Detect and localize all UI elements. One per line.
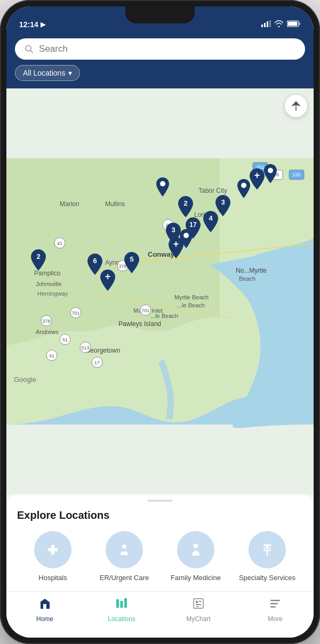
header: All Locations ▾ (6, 33, 314, 88)
specialty-label: Specialty Services (239, 574, 295, 583)
svg-text:130: 130 (292, 172, 300, 177)
locations-icon (115, 597, 128, 613)
svg-text:Tabor City: Tabor City (198, 187, 227, 194)
locate-button[interactable] (285, 95, 307, 117)
svg-rect-5 (299, 22, 301, 25)
filter-row: All Locations ▾ (15, 65, 305, 81)
home-icon (38, 597, 51, 613)
er-label: ER/Urgent Care (100, 574, 149, 583)
explore-title: Explore Locations (17, 509, 303, 521)
more-label: More (268, 615, 282, 623)
hospitals-icon (43, 540, 62, 559)
svg-text:+: + (105, 271, 111, 282)
specialty-icon (258, 540, 277, 559)
svg-rect-91 (196, 604, 201, 605)
svg-text:2: 2 (183, 199, 187, 207)
svg-rect-81 (193, 544, 198, 546)
svg-text:3: 3 (171, 226, 175, 234)
er-icon-circle (106, 531, 143, 568)
home-label: Home (36, 615, 53, 623)
filter-label: All Locations (23, 69, 65, 77)
svg-rect-95 (270, 606, 276, 608)
svg-text:3: 3 (221, 198, 225, 206)
svg-rect-74 (48, 548, 58, 551)
family-medicine-icon (186, 540, 205, 559)
svg-point-69 (241, 183, 246, 188)
map-pin-5[interactable]: 5 (122, 251, 141, 276)
svg-text:No...Myrtle: No...Myrtle (236, 267, 267, 274)
svg-rect-90 (199, 601, 201, 602)
svg-point-76 (122, 544, 126, 549)
svg-text:6: 6 (93, 257, 97, 265)
svg-text:Mullins: Mullins (105, 200, 125, 208)
map-pin-plus-georgetown[interactable]: + (98, 268, 117, 294)
svg-text:...le Beach: ...le Beach (150, 313, 178, 319)
explore-item-specialty[interactable]: Specialty Services (236, 531, 299, 583)
svg-rect-86 (121, 601, 123, 608)
svg-point-71 (268, 168, 273, 173)
svg-text:Andrews: Andrews (36, 329, 59, 335)
nav-item-mychart[interactable]: MyChart (160, 597, 237, 623)
drag-handle (6, 494, 314, 505)
map-pin-plus-murrells[interactable]: + (166, 236, 186, 262)
explore-section: Explore Locations Hospitals (6, 505, 314, 591)
svg-text:41: 41 (57, 241, 62, 246)
svg-text:17: 17 (189, 221, 197, 229)
svg-text:Marion: Marion (60, 200, 79, 208)
search-icon (25, 44, 34, 54)
svg-text:Myrtle Beach: Myrtle Beach (174, 294, 209, 300)
bottom-panel: Explore Locations Hospitals (6, 494, 314, 591)
locations-label: Locations (108, 615, 135, 623)
map-pin-3-right[interactable]: 3 (213, 194, 233, 219)
search-input[interactable] (39, 44, 295, 54)
explore-item-family-medicine[interactable]: Family Medicine (164, 531, 227, 583)
svg-text:17: 17 (94, 360, 100, 365)
svg-rect-6 (288, 22, 298, 26)
search-bar[interactable] (15, 38, 305, 60)
svg-text:+: + (254, 170, 260, 181)
all-locations-filter[interactable]: All Locations ▾ (15, 65, 80, 81)
notch (125, 6, 195, 23)
nav-item-more[interactable]: More (237, 597, 314, 623)
time-display: 12:14 (19, 20, 38, 29)
svg-text:5: 5 (130, 255, 133, 263)
svg-rect-78 (124, 550, 125, 552)
mychart-label: MyChart (186, 615, 210, 623)
chevron-down-icon: ▾ (68, 69, 72, 77)
hospitals-icon-circle (34, 531, 71, 568)
explore-item-er[interactable]: ER/Urgent Care (93, 531, 156, 583)
specialty-icon-circle (249, 531, 286, 568)
svg-text:...le Beach: ...le Beach (177, 302, 205, 308)
map-container[interactable]: Pamplico Johnsville Hemingway Aynor Conw… (6, 88, 314, 494)
svg-rect-2 (267, 21, 268, 27)
svg-rect-1 (264, 23, 266, 27)
svg-text:4: 4 (209, 214, 213, 222)
svg-text:Pawleys Island: Pawleys Island (118, 320, 161, 328)
map-pin-andrews[interactable]: 2 (29, 248, 48, 274)
svg-text:Hemingway: Hemingway (37, 290, 68, 297)
wifi-icon (274, 20, 284, 29)
family-medicine-label: Family Medicine (171, 574, 221, 583)
svg-point-79 (187, 541, 205, 559)
status-time: 12:14 ▶ (19, 20, 45, 29)
nav-item-home[interactable]: Home (6, 597, 83, 623)
hospitals-label: Hospitals (38, 574, 67, 583)
explore-item-hospitals[interactable]: Hospitals (21, 531, 84, 583)
family-medicine-icon-circle (177, 531, 214, 568)
phone-screen: 12:14 ▶ (6, 6, 314, 638)
svg-rect-0 (261, 25, 263, 27)
svg-point-61 (160, 181, 165, 186)
phone-frame: 12:14 ▶ (0, 0, 320, 644)
map-pin-dot-far-right[interactable] (262, 163, 278, 185)
svg-rect-84 (43, 604, 46, 609)
more-icon (269, 597, 282, 613)
svg-rect-87 (124, 598, 127, 608)
navigation-icon (291, 101, 301, 111)
map-pin-dot-conway[interactable] (155, 176, 171, 199)
svg-text:Google: Google (14, 376, 36, 384)
svg-rect-94 (270, 603, 278, 605)
svg-rect-89 (196, 601, 198, 603)
nav-item-locations[interactable]: Locations (83, 597, 160, 623)
svg-rect-85 (116, 599, 119, 608)
svg-text:Johnsville: Johnsville (36, 281, 61, 287)
